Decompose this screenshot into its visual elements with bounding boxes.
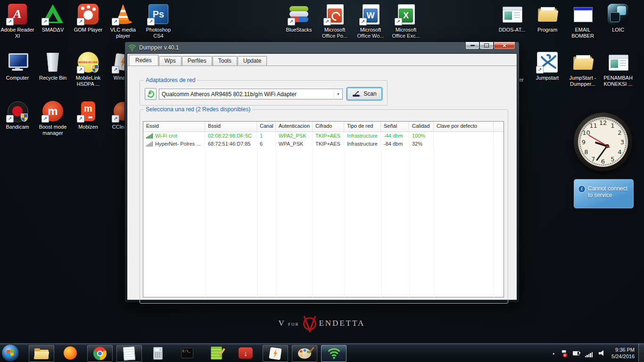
desktop-icon-smadav[interactable]: ↗ SMADΔV xyxy=(35,3,70,33)
taskbar-firefox-button[interactable] xyxy=(58,345,83,361)
taskbar-paint-button[interactable] xyxy=(292,345,317,362)
minimize-icon xyxy=(471,45,475,46)
start-button[interactable] xyxy=(2,345,19,362)
desktop-icon-mobizen[interactable]: m↗ Mobizen xyxy=(71,100,106,130)
column-header-bssid[interactable]: Bssid xyxy=(205,122,257,132)
desktop-icon-jumpstart-dumpper-folder[interactable]: JumpStart - Dumpper... xyxy=(565,51,600,87)
notepad-plus-icon xyxy=(211,346,222,360)
cell-canal: 6 xyxy=(257,140,276,148)
adobe-reader-icon: A↗ xyxy=(6,3,29,25)
taskbar-explorer-button[interactable] xyxy=(29,345,54,362)
show-desktop-button[interactable] xyxy=(638,344,644,362)
desktop-icon-mobilelink[interactable]: MOBILELINK↗ MobileLink HSDPA ... xyxy=(71,51,106,87)
taskbar-calculator-button[interactable]: 0 xyxy=(146,345,170,361)
taskbar-notepad-plus-button[interactable] xyxy=(204,345,229,361)
cell-autenticacion: WPA2_PSK xyxy=(276,132,313,140)
desktop-icon-photoshop[interactable]: Ps↗ Photoshop CS4 xyxy=(141,3,176,39)
tab-redes[interactable]: Redes xyxy=(129,55,158,66)
scan-button[interactable]: Scan xyxy=(347,87,382,100)
system-tray: ▲ × 9:36 PM 5/24/2016 xyxy=(549,344,644,362)
tab-strip: RedesWpsPerfilesToolsUpdate xyxy=(127,54,517,66)
vendetta-symbol-icon xyxy=(301,314,319,333)
dumpper-window: Dumpper v.40.1 × RedesWpsPerfilesToolsUp… xyxy=(124,41,520,303)
desktop-icon-loic[interactable]: LOIC xyxy=(601,3,636,33)
tray-clock[interactable]: 9:36 PM 5/24/2016 xyxy=(611,346,635,360)
maximize-icon xyxy=(484,43,489,48)
desktop-icon-computer[interactable]: Computer xyxy=(0,51,35,81)
column-header-senal[interactable]: Señal xyxy=(381,122,409,132)
taskbar-cmd-button[interactable]: C:\_ xyxy=(175,345,199,361)
taskbar-dumpper-button[interactable] xyxy=(321,345,347,362)
shortcut-arrow-icon: ↗ xyxy=(6,115,14,123)
desktop-icon-ddos-at[interactable]: DDOS-AT... xyxy=(495,3,529,33)
signal-bars-icon xyxy=(146,133,153,139)
desktop-icon-email-bomber[interactable]: ... EMAIL BOMBER xyxy=(565,3,600,39)
tab-perfiles[interactable]: Perfiles xyxy=(182,56,212,66)
cell-autenticacion: WPA_PSK xyxy=(276,140,313,148)
icon-label: Program xyxy=(530,27,565,33)
paint-palette-icon xyxy=(298,348,311,359)
desktop-icon-powerpoint[interactable]: ↗ Microsoft Office Po... xyxy=(317,3,352,39)
icon-label: Bandicam xyxy=(0,124,35,130)
desktop-icon-penambah-koneksi[interactable]: PENAMBAH KONEKSI ... xyxy=(601,51,636,87)
network-row-hypernet[interactable]: HyperNet- Polres ... 68:72:51:46:D7:85 6… xyxy=(143,140,504,148)
clock-gadget[interactable]: 12 1 2 3 4 5 6 7 8 9 10 11 xyxy=(574,113,632,171)
download-arrow-icon: ↓ xyxy=(239,347,253,359)
icon-label: SMADΔV xyxy=(35,27,70,33)
desktop-icon-bandicam[interactable]: ↗ Bandicam xyxy=(0,100,35,130)
cell-calidad: 100% xyxy=(409,132,434,140)
column-header-calidad[interactable]: Calidad xyxy=(409,122,434,132)
battery-icon[interactable] xyxy=(573,351,579,355)
column-header-essid[interactable]: Essid xyxy=(143,122,205,132)
powerpoint-icon: ↗ xyxy=(323,3,346,25)
icon-label: Photoshop CS4 xyxy=(141,27,176,39)
network-row-wifi-crot[interactable]: Wi-Fi crot 02:08:22:98:DF:5C 1 WPA2_PSK … xyxy=(143,132,504,140)
taskbar-notepad-button[interactable] xyxy=(116,345,142,362)
cell-bssid: 02:08:22:98:DF:5C xyxy=(205,132,257,140)
column-header-tipo-de-red[interactable]: Tipo de red xyxy=(344,122,381,132)
column-header-canal[interactable]: Canal xyxy=(257,122,276,132)
tab-update[interactable]: Update xyxy=(238,56,267,66)
close-button[interactable]: × xyxy=(494,42,515,49)
notification-text: Cannot connect to service xyxy=(588,185,630,198)
column-header-cifrado[interactable]: Cifrado xyxy=(313,122,344,132)
desktop-icon-gom-player[interactable]: ↗ GOM Player xyxy=(71,3,106,33)
adapter-select[interactable]: Qualcomm Atheros AR9485 802.11b/g/n WiFi… xyxy=(159,89,343,99)
column-header-clave[interactable]: Clave por defecto xyxy=(434,122,494,132)
desktop-icon-recycle-bin[interactable]: Recycle Bin xyxy=(35,51,70,81)
shortcut-arrow-icon: ↗ xyxy=(112,66,119,74)
taskbar-chrome-button[interactable] xyxy=(87,345,113,362)
window-titlebar[interactable]: Dumpper v.40.1 × xyxy=(125,42,519,53)
shortcut-arrow-icon: ↗ xyxy=(323,18,331,25)
desktop-icon-jumpstart[interactable]: ↗ Jumpstart xyxy=(530,51,565,81)
minimize-button[interactable] xyxy=(465,42,479,49)
network-signal-icon[interactable] xyxy=(585,349,594,357)
scan-button-label: Scan xyxy=(363,90,376,97)
volume-icon[interactable] xyxy=(599,350,606,356)
vendetta-v: V xyxy=(279,319,285,328)
desktop-icon-program-folder[interactable]: Program xyxy=(530,3,565,33)
maximize-button[interactable] xyxy=(479,42,494,49)
desktop-icon-bluestacks[interactable]: ↗ BlueStacks xyxy=(281,3,316,33)
windows-flag-icon xyxy=(7,349,14,357)
desktop-icon-adobe-reader[interactable]: A↗ Adobe Reader XI xyxy=(0,3,35,39)
cannot-connect-gadget[interactable]: i Cannot connect to service xyxy=(574,179,634,208)
bluestacks-icon: ↗ xyxy=(288,3,310,25)
desktop-icon-word[interactable]: W↗ Microsoft Office Wo... xyxy=(353,3,388,39)
icon-label: Recycle Bin xyxy=(35,75,70,81)
tab-wps[interactable]: Wps xyxy=(159,56,182,66)
desktop-icon-boost-mode-manager[interactable]: m↗ Boost mode manager xyxy=(35,100,70,136)
excel-icon: X↗ xyxy=(395,3,417,25)
bandicam-icon: ↗ xyxy=(6,100,29,123)
column-header-autenticacion[interactable]: Autenticacion xyxy=(276,122,313,132)
adapters-groupbox: Adaptadores de red Qualcomm Atheros AR94… xyxy=(140,80,388,106)
action-center-flag-icon[interactable]: × xyxy=(561,350,567,356)
desktop-icon-vlc[interactable]: ↗ VLC media player xyxy=(106,3,140,39)
taskbar-download-manager-button[interactable]: ↓ xyxy=(233,345,258,361)
desktop-icon-excel[interactable]: X↗ Microsoft Office Exc... xyxy=(388,3,423,39)
refresh-adapters-button[interactable] xyxy=(145,88,157,100)
tray-expand-icon[interactable]: ▲ xyxy=(552,352,555,355)
chrome-icon xyxy=(93,347,107,360)
tab-tools[interactable]: Tools xyxy=(213,56,237,66)
taskbar-winamp-button[interactable] xyxy=(263,345,288,362)
